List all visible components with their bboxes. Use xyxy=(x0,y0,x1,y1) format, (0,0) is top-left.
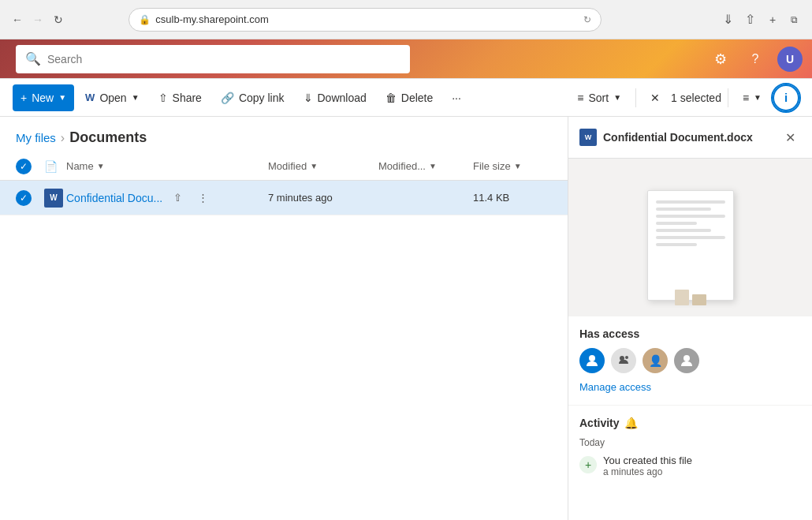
deselect-button[interactable]: ✕ xyxy=(643,84,668,111)
download-browser-icon[interactable]: ⇓ xyxy=(721,12,736,28)
share-button[interactable]: ⇧ Share xyxy=(151,84,210,111)
preview-line-6 xyxy=(656,236,725,239)
name-column-header[interactable]: Name ▼ xyxy=(66,160,268,172)
file-name[interactable]: Confidential Docu... xyxy=(66,192,162,204)
delete-button-label: Delete xyxy=(401,92,433,104)
has-access-section: Has access 👤 xyxy=(568,316,812,406)
row-name-cell: Confidential Docu... ⇧ ⋮ xyxy=(66,188,268,208)
search-icon: 🔍 xyxy=(25,51,41,66)
download-button[interactable]: ⇓ Download xyxy=(296,84,374,111)
access-avatar-gray xyxy=(674,348,699,373)
copy-link-button[interactable]: 🔗 Copy link xyxy=(213,84,292,111)
has-access-row: 👤 xyxy=(579,348,801,373)
refresh-small-icon: ↻ xyxy=(583,14,591,25)
info-button[interactable]: i xyxy=(773,84,799,111)
selected-label: 1 selected xyxy=(671,92,721,104)
sort-icon: ≡ xyxy=(577,92,583,104)
file-browser: My files › Documents ✓ 📄 Name ▼ Modified… xyxy=(0,117,568,520)
details-close-button[interactable]: ✕ xyxy=(779,126,801,148)
details-file-icon: W xyxy=(579,129,597,146)
name-column-label: Name xyxy=(66,160,94,172)
toolbar-divider-2 xyxy=(728,88,728,107)
avatar[interactable]: U xyxy=(777,47,803,72)
file-share-action[interactable]: ⇧ xyxy=(167,188,188,208)
sort-chevron-icon: ▼ xyxy=(613,93,621,102)
close-icon: ✕ xyxy=(785,130,795,145)
svg-point-0 xyxy=(589,355,595,361)
activity-item: + You created this file a minutes ago xyxy=(579,455,801,477)
activity-section: Activity 🔔 Today + You created this file… xyxy=(568,406,812,520)
sort-button[interactable]: ≡ Sort ▼ xyxy=(569,84,629,111)
file-list-header: ✓ 📄 Name ▼ Modified ▼ Modified... ▼ File… xyxy=(0,152,568,181)
file-more-action[interactable]: ⋮ xyxy=(192,188,213,208)
person-icon xyxy=(585,354,599,368)
new-button-label: New xyxy=(32,92,54,104)
help-icon[interactable]: ? xyxy=(743,47,768,72)
person-gray-icon xyxy=(680,354,694,368)
filesize-column-header[interactable]: File size ▼ xyxy=(473,160,552,172)
delete-button[interactable]: 🗑 Delete xyxy=(378,84,441,111)
manage-access-link[interactable]: Manage access xyxy=(579,381,651,393)
close-selected-icon: ✕ xyxy=(650,92,660,104)
select-all-checkbox[interactable]: ✓ xyxy=(16,159,32,174)
search-input[interactable] xyxy=(47,53,400,65)
bell-icon[interactable]: 🔔 xyxy=(624,417,638,429)
row-modified: 7 minutes ago xyxy=(268,192,378,204)
open-button-label: Open xyxy=(99,92,126,104)
preview-lines xyxy=(648,191,733,256)
browser-right-icons: ⇓ ⇧ + ⧉ xyxy=(721,12,803,28)
access-avatar-link xyxy=(611,348,636,373)
preview-line-4 xyxy=(656,222,698,225)
download-button-label: Download xyxy=(318,92,367,104)
breadcrumb-separator: › xyxy=(61,131,65,145)
svg-point-1 xyxy=(683,355,690,361)
details-preview xyxy=(568,159,812,316)
breadcrumb-parent[interactable]: My files xyxy=(16,131,56,144)
row-filesize: 11.4 KB xyxy=(473,192,552,204)
sort-button-label: Sort xyxy=(589,92,609,104)
preview-bar-2 xyxy=(692,294,706,305)
search-box[interactable]: 🔍 xyxy=(16,45,410,73)
download-icon: ⇓ xyxy=(304,92,313,104)
link-access-icon xyxy=(617,354,630,367)
gear-icon[interactable]: ⚙ xyxy=(708,47,733,72)
activity-title: Activity xyxy=(579,417,620,429)
back-icon[interactable]: ← xyxy=(9,12,25,28)
share-browser-icon[interactable]: ⇧ xyxy=(743,12,758,28)
activity-item-text-block: You created this file a minutes ago xyxy=(603,455,692,477)
copy-link-button-label: Copy link xyxy=(239,92,285,104)
tab-overview-icon[interactable]: ⧉ xyxy=(787,12,803,28)
details-panel: W Confidential Document.docx ✕ xyxy=(568,117,812,520)
more-icon: ··· xyxy=(452,92,461,104)
share-button-label: Share xyxy=(173,92,202,104)
row-check[interactable]: ✓ xyxy=(16,190,44,206)
view-chevron-icon: ▼ xyxy=(754,93,762,102)
activity-plus-icon: + xyxy=(579,456,597,473)
modified-column-header[interactable]: Modified ▼ xyxy=(268,160,378,172)
open-chevron-icon: ▼ xyxy=(132,93,140,102)
view-icon: ≡ xyxy=(743,92,749,104)
activity-item-subtext: a minutes ago xyxy=(603,466,692,477)
view-options-button[interactable]: ≡ ▼ xyxy=(735,84,769,111)
details-header: W Confidential Document.docx ✕ xyxy=(568,117,812,159)
details-title: Confidential Document.docx xyxy=(603,131,773,144)
refresh-icon[interactable]: ↻ xyxy=(50,12,66,28)
new-button[interactable]: + New ▼ xyxy=(13,84,74,111)
more-button[interactable]: ··· xyxy=(444,84,469,111)
browser-chrome: ← → ↻ 🔒 csulb-my.sharepoint.com ↻ ⇓ ⇧ + … xyxy=(0,0,812,39)
forward-icon[interactable]: → xyxy=(30,12,46,28)
address-bar[interactable]: 🔒 csulb-my.sharepoint.com ↻ xyxy=(129,8,602,32)
preview-line-3 xyxy=(656,215,725,218)
header-check-col: ✓ xyxy=(16,159,44,174)
new-tab-icon[interactable]: + xyxy=(765,12,780,28)
modifiedby-column-header[interactable]: Modified... ▼ xyxy=(378,160,473,172)
open-button[interactable]: W Open ▼ xyxy=(77,84,147,111)
row-file-icon: W xyxy=(44,189,66,208)
row-checkbox[interactable]: ✓ xyxy=(16,190,32,206)
header-icon-col: 📄 xyxy=(44,159,66,174)
table-row[interactable]: ✓ W Confidential Docu... ⇧ ⋮ 7 minutes a… xyxy=(0,181,568,215)
preview-line-5 xyxy=(656,229,711,232)
filesize-sort-icon: ▼ xyxy=(514,162,522,170)
new-chevron-icon: ▼ xyxy=(58,93,66,102)
toolbar: + New ▼ W Open ▼ ⇧ Share 🔗 Copy link ⇓ D… xyxy=(0,79,812,117)
